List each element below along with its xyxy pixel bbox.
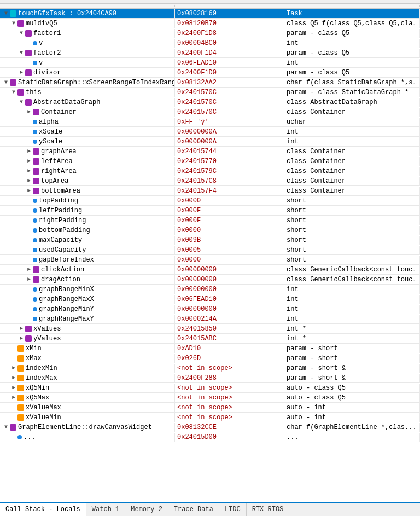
expander-icon[interactable]: ► [25,148,33,155]
expander-icon[interactable]: ► [18,335,25,343]
table-row[interactable]: ►Container0x2401570Cclass Container [0,107,420,117]
table-row[interactable]: ▼AbstractDataGraph0x2401570Cclass Abstra… [0,97,420,107]
table-body[interactable]: ▼touchGfxTask : 0x2404CA900x08028169Task… [0,9,420,502]
tab-rtx-rtos[interactable]: RTX RTOS [247,503,290,516]
table-row[interactable]: v0x06FEAD10int [0,58,420,68]
table-row[interactable]: xValueMin<not in scope>auto - int [0,413,420,422]
name-cell: usedCapacity [0,246,175,254]
expander-icon[interactable] [25,197,33,205]
table-row[interactable]: ►topArea0x240157C8class Container [0,176,420,186]
table-row[interactable]: graphRangeMaxY0x0000214Aint [0,314,420,324]
expander-icon[interactable] [25,118,33,126]
table-row[interactable]: v0x00004BC0int [0,38,420,48]
table-row[interactable]: graphRangeMinX0x00000000int [0,285,420,294]
row-icon [25,69,32,76]
expander-icon[interactable]: ► [25,177,33,185]
table-row[interactable]: ▼factor20x2400F1D4param - class Q5 [0,48,420,58]
table-row[interactable]: ►dragAction0x00000000class GenericCallba… [0,275,420,285]
tab-ltdc[interactable]: LTDC [219,503,247,516]
table-row[interactable]: xMax0x026Dparam - short [0,353,420,363]
table-row[interactable]: ▼StaticDataGraph::xScreenRangeToIndexRan… [0,78,420,88]
table-row[interactable]: ►graphArea0x24015744class Container [0,147,420,156]
tab-watch-1[interactable]: Watch 1 [86,503,125,516]
table-row[interactable]: yScale0x0000000Aint [0,137,420,147]
table-row[interactable]: ►yValues0x24015ABCint * [0,334,420,344]
table-row[interactable]: alpha0xFF 'ÿ'uchar [0,117,420,127]
tab-memory-2[interactable]: Memory 2 [125,503,168,516]
table-row[interactable]: ►xQ5Max<not in scope>auto - class Q5 [0,393,420,403]
expander-icon[interactable]: ▼ [10,20,18,27]
expander-icon[interactable]: ► [25,276,33,283]
expander-icon[interactable]: ► [10,364,18,372]
expander-icon[interactable]: ► [18,325,25,333]
row-icon [33,109,39,115]
expander-icon[interactable] [10,433,18,441]
expander-icon[interactable]: ► [10,394,18,402]
expander-icon[interactable] [25,227,33,234]
table-row[interactable]: topPadding0x0000short [0,196,420,206]
value-cell: 0x2400F1D0 [175,68,284,77]
table-row[interactable]: gapBeforeIndex0x0000short [0,255,420,265]
table-row[interactable]: ▼factor10x2400F1D8param - class Q5 [0,28,420,38]
table-row[interactable]: usedCapacity0x0005short [0,245,420,255]
table-row[interactable]: ►rightArea0x2401579Cclass Container [0,166,420,176]
expander-icon[interactable] [10,404,18,411]
expander-icon[interactable] [25,39,33,47]
expander-icon[interactable]: ▼ [18,49,25,57]
expander-icon[interactable] [10,414,18,421]
expander-icon[interactable] [25,236,33,244]
table-row[interactable]: ►indexMax0x2400F288param - short & [0,373,420,383]
expander-icon[interactable]: ▼ [18,98,25,106]
table-row[interactable]: bottomPadding0x0000short [0,225,420,235]
table-row[interactable]: ►divisor0x2400F1D0param - class Q5 [0,68,420,78]
tab-call-stack---locals[interactable]: Call Stack - Locals [0,502,86,516]
expander-icon[interactable] [25,315,33,323]
tab-trace-data[interactable]: Trace Data [168,503,219,516]
table-row[interactable]: xValueMax<not in scope>auto - int [0,403,420,413]
expander-icon[interactable]: ► [25,108,33,116]
table-row[interactable]: ►indexMin<not in scope>param - short & [0,363,420,373]
table-row[interactable]: graphRangeMaxX0x06FEAD10int [0,294,420,304]
expander-icon[interactable]: ► [25,158,33,165]
expander-icon[interactable]: ▼ [10,89,18,96]
expander-icon[interactable]: ▼ [2,10,10,18]
expander-icon[interactable] [10,345,18,352]
expander-icon[interactable] [25,217,33,224]
table-row[interactable]: ▼GraphElementLine::drawCanvasWidget0x081… [0,422,420,432]
table-row[interactable]: ►xQ5Min<not in scope>auto - class Q5 [0,383,420,393]
expander-icon[interactable]: ▼ [2,424,10,431]
table-row[interactable]: ►xValues0x24015850int * [0,324,420,334]
table-row[interactable]: maxCapacity0x009Bshort [0,235,420,245]
row-name: graphRangeMinX [39,286,94,293]
table-row[interactable]: ►bottomArea0x240157F4class Container [0,186,420,196]
expander-icon[interactable] [25,128,33,136]
expander-icon[interactable] [10,355,18,362]
table-row[interactable]: xMin0xAD10param - short [0,344,420,353]
expander-icon[interactable] [25,138,33,146]
table-row[interactable]: ...0x24015D00... [0,432,420,442]
expander-icon[interactable]: ► [25,187,33,195]
expander-icon[interactable]: ► [10,384,18,392]
table-row[interactable]: xScale0x0000000Aint [0,127,420,137]
table-row[interactable]: ►clickAction0x00000000class GenericCallb… [0,265,420,275]
expander-icon[interactable] [25,295,33,303]
expander-icon[interactable]: ► [10,374,18,382]
expander-icon[interactable]: ▼ [18,30,25,37]
expander-icon[interactable] [25,256,33,264]
expander-icon[interactable] [25,207,33,214]
table-row[interactable]: leftPadding0x000Fshort [0,206,420,216]
table-row[interactable]: graphRangeMinY0x00000000int [0,304,420,314]
expander-icon[interactable] [25,286,33,293]
expander-icon[interactable] [25,59,33,67]
expander-icon[interactable]: ► [25,167,33,175]
table-row[interactable]: rightPadding0x000Fshort [0,216,420,225]
expander-icon[interactable]: ▼ [2,79,10,86]
expander-icon[interactable] [25,305,33,313]
expander-icon[interactable] [25,246,33,254]
table-row[interactable]: ▼muldivQ50x08120B70class Q5 f(class Q5,c… [0,19,420,28]
expander-icon[interactable]: ► [18,69,25,77]
expander-icon[interactable]: ► [25,266,33,274]
table-row[interactable]: ▼touchGfxTask : 0x2404CA900x08028169Task [0,9,420,19]
table-row[interactable]: ▼this0x2401570Cparam - class StaticDataG… [0,88,420,97]
table-row[interactable]: ►leftArea0x24015770class Container [0,156,420,166]
